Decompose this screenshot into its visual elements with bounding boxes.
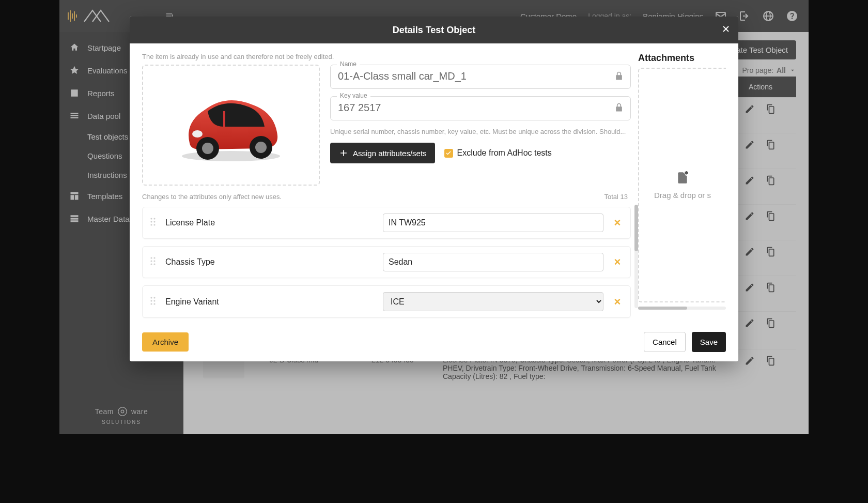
svg-point-31	[153, 303, 155, 304]
svg-point-27	[153, 297, 155, 298]
svg-point-24	[150, 263, 152, 265]
scrollbar[interactable]	[634, 205, 638, 308]
image-dropzone[interactable]	[142, 65, 320, 186]
remove-attribute-icon[interactable]: ×	[612, 295, 623, 309]
svg-point-26	[150, 297, 152, 298]
attr-notice: Changes to the attributes only affect ne…	[142, 193, 282, 201]
attribute-row: Engine VariantICE×	[142, 285, 631, 318]
attr-total: Total 13	[604, 193, 628, 201]
save-button[interactable]: Save	[692, 332, 726, 352]
svg-point-14	[150, 218, 152, 219]
cancel-button[interactable]: Cancel	[644, 332, 686, 352]
svg-rect-8	[223, 111, 225, 127]
name-value: 01-A-Class small car_MD_1	[338, 70, 623, 82]
key-value: 167 2517	[338, 102, 623, 114]
key-value-label: Key value	[337, 92, 370, 99]
assign-attributes-button[interactable]: Assign attributes/sets	[330, 143, 435, 163]
svg-point-23	[153, 260, 155, 262]
svg-point-29	[153, 300, 155, 301]
test-object-image	[174, 86, 288, 164]
name-field: Name 01-A-Class small car_MD_1	[330, 65, 631, 89]
svg-point-10	[202, 143, 213, 154]
svg-point-13	[192, 130, 203, 138]
attr-label: Chassis Type	[165, 257, 375, 267]
attr-input[interactable]	[383, 214, 603, 232]
svg-point-19	[153, 224, 155, 225]
svg-point-12	[255, 142, 267, 153]
attr-select[interactable]: ICE	[383, 292, 603, 311]
svg-point-30	[150, 303, 152, 304]
edit-notice: The item is already in use and can there…	[142, 53, 631, 60]
attribute-list: License Plate×Chassis Type×Engine Varian…	[142, 207, 631, 321]
lock-icon	[614, 71, 624, 83]
svg-point-18	[150, 224, 152, 225]
attr-label: Engine Variant	[165, 297, 375, 307]
svg-point-25	[153, 263, 155, 265]
attachments-title: Attachments	[638, 53, 726, 64]
modal-overlay: Details Test Object The item is already …	[59, 0, 809, 434]
attribute-row: License Plate×	[142, 207, 631, 239]
attribute-row: Chassis Type×	[142, 246, 631, 278]
modal-title: Details Test Object	[393, 25, 476, 36]
svg-point-15	[153, 218, 155, 219]
attr-label: License Plate	[165, 218, 375, 227]
attachments-dropzone[interactable]: Drag & drop or s	[638, 68, 726, 302]
attr-input[interactable]	[383, 253, 603, 271]
drag-handle-icon[interactable]	[150, 217, 157, 228]
exclude-checkbox[interactable]: Exclude from AdHoc tests	[444, 148, 552, 158]
key-value-field: Key value 167 2517	[330, 96, 631, 120]
close-icon[interactable]	[721, 24, 731, 36]
remove-attribute-icon[interactable]: ×	[612, 216, 623, 230]
svg-point-22	[150, 260, 152, 262]
lock-icon	[614, 102, 624, 115]
svg-point-20	[150, 257, 152, 258]
add-file-icon	[676, 171, 689, 185]
horizontal-scrollbar[interactable]	[638, 307, 726, 310]
attachments-hint: Drag & drop or s	[654, 191, 711, 200]
name-label: Name	[337, 60, 360, 68]
svg-point-28	[150, 300, 152, 301]
modal: Details Test Object The item is already …	[130, 17, 738, 361]
svg-point-16	[150, 221, 152, 222]
key-value-hint: Unique serial number, chassis number, ke…	[330, 128, 631, 135]
drag-handle-icon[interactable]	[150, 296, 157, 308]
svg-point-17	[153, 221, 155, 222]
archive-button[interactable]: Archive	[142, 332, 189, 352]
svg-point-21	[153, 257, 155, 258]
remove-attribute-icon[interactable]: ×	[612, 255, 623, 269]
drag-handle-icon[interactable]	[150, 256, 157, 268]
